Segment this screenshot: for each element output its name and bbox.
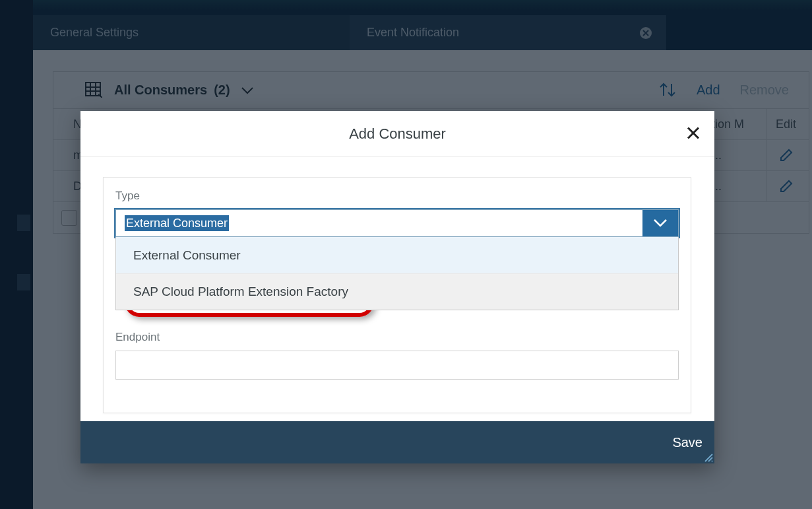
endpoint-input[interactable] <box>115 351 679 380</box>
type-field: Type External Consumer External Consumer… <box>115 189 679 237</box>
dropdown-option-external[interactable]: External Consumer <box>116 237 678 273</box>
add-consumer-modal: Add Consumer Type External Consumer Exte… <box>80 111 714 463</box>
chevron-down-icon[interactable] <box>642 210 678 236</box>
field-label: Endpoint <box>115 331 679 344</box>
dropdown-option-scp-ext-factory[interactable]: SAP Cloud Platform Extension Factory <box>116 273 678 310</box>
save-button[interactable]: Save <box>672 435 703 450</box>
svg-line-7 <box>712 461 712 461</box>
type-dropdown: External Consumer SAP Cloud Platform Ext… <box>115 237 679 310</box>
type-select[interactable]: External Consumer External Consumer SAP … <box>115 209 679 237</box>
modal-footer: Save <box>80 421 714 463</box>
field-label: Type <box>115 189 679 203</box>
resize-grip-icon[interactable] <box>704 453 713 462</box>
modal-title: Add Consumer <box>349 125 446 143</box>
type-selected-value: External Consumer <box>125 215 229 231</box>
modal-body: Type External Consumer External Consumer… <box>80 157 714 421</box>
close-icon[interactable] <box>687 123 700 144</box>
form-card: Type External Consumer External Consumer… <box>103 177 691 413</box>
modal-header: Add Consumer <box>80 111 714 157</box>
endpoint-field: Endpoint <box>115 331 679 380</box>
